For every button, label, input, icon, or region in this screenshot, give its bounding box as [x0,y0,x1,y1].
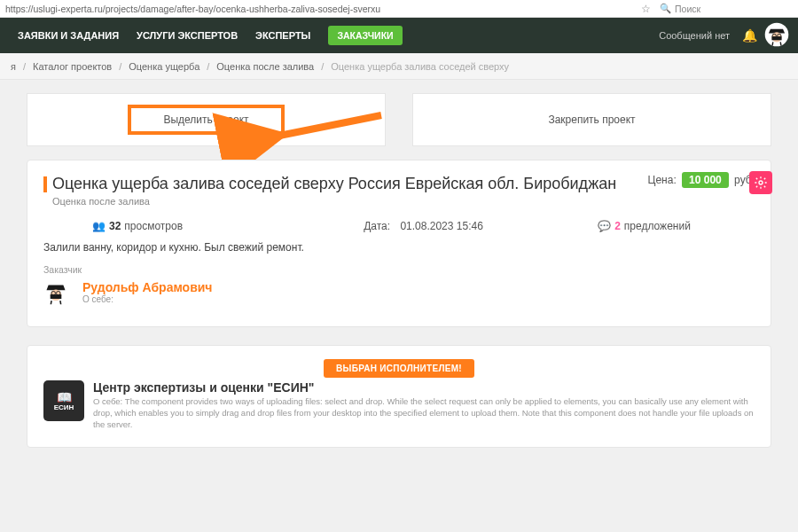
svg-point-6 [759,181,763,184]
executor-panel: ВЫБРАН ИСПОЛНИТЕЛЕМ! 📖 ЕСИН Центр экспер… [27,345,771,447]
search-icon: 🔍 [660,3,671,14]
highlight-project-box: Выделить проект [27,93,386,146]
settings-gear-icon[interactable] [749,171,772,194]
nav-customers[interactable]: ЗАКАЗЧИКИ [319,30,411,41]
date-stat: Дата: 01.08.2023 15:46 [313,220,534,232]
project-actions: Выделить проект Закрепить проект [27,93,771,146]
crumb-damage[interactable]: Оценка ущерба [129,61,200,72]
messages-status[interactable]: Сообщений нет [659,30,730,41]
price-block: Цена: 10 000 руб. [648,174,755,186]
offers-icon: 💬 [598,220,611,232]
customer-about-label: О себе: [82,294,212,304]
crumb-home[interactable]: я [11,61,16,72]
browser-address-bar: https://uslugi-experta.ru/projects/damag… [0,0,798,18]
nav-services[interactable]: УСЛУГИ ЭКСПЕРТОВ [128,30,246,41]
bookmark-star-icon[interactable]: ☆ [641,3,651,15]
project-description: Залили ванну, коридор и кухню. Был свежи… [43,241,755,254]
nav-requests[interactable]: ЗАЯВКИ И ЗАДАНИЯ [9,30,128,41]
selected-executor-badge: ВЫБРАН ИСПОЛНИТЕЛЕМ! [43,359,755,375]
price-value: 10 000 [682,172,729,188]
views-stat: 👥 32 просмотров [43,220,313,232]
pin-project-label: Закрепить проект [548,113,635,126]
user-avatar[interactable] [764,22,789,49]
project-stats: 👥 32 просмотров Дата: 01.08.2023 15:46 💬… [43,220,755,232]
project-subtitle: Оценка после залива [52,196,755,207]
customer-heading: Заказчик [43,264,755,275]
executor-logo[interactable]: 📖 ЕСИН [43,380,84,421]
url-text: https://uslugi-experta.ru/projects/damag… [5,4,632,14]
breadcrumb: я/ Каталог проектов/ Оценка ущерба/ Оцен… [0,53,798,80]
browser-search[interactable]: 🔍 Поиск [660,3,793,14]
crumb-current: Оценка ущерба залива соседей сверху [331,61,509,72]
views-icon: 👥 [92,220,106,232]
customer-block: Рудольф Абрамович О себе: [43,280,755,310]
title-accent [43,176,47,192]
top-nav: ЗАЯВКИ И ЗАДАНИЯ УСЛУГИ ЭКСПЕРТОВ ЭКСПЕР… [0,18,798,53]
search-placeholder: Поиск [675,4,700,14]
executor-name[interactable]: Центр экспертизы и оценки "ЕСИН" [93,380,755,395]
crumb-afterbay[interactable]: Оценка после залива [216,61,314,72]
pin-project-box[interactable]: Закрепить проект [412,93,771,146]
nav-experts[interactable]: ЭКСПЕРТЫ [246,30,319,41]
project-panel: Оценка ущерба залива соседей сверху Росс… [27,160,771,327]
bell-icon[interactable]: 🔔 [742,28,757,43]
crumb-catalog[interactable]: Каталог проектов [33,61,112,72]
book-icon: 📖 [57,391,72,403]
executor-about: О себе: The component provides two ways … [93,396,755,430]
offers-stat: 💬 2 предложений [534,220,755,232]
customer-avatar[interactable] [43,280,74,310]
customer-name[interactable]: Рудольф Абрамович [82,280,212,294]
project-title: Оценка ущерба залива соседей сверху Росс… [52,174,648,194]
highlight-project-button[interactable]: Выделить проект [128,105,284,135]
